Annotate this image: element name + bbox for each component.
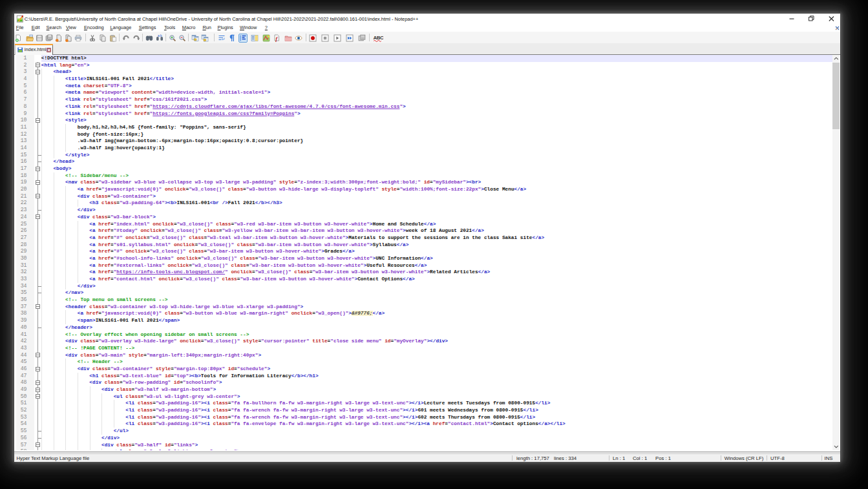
svg-text:a: a	[158, 34, 160, 37]
svg-text:b: b	[160, 34, 162, 37]
